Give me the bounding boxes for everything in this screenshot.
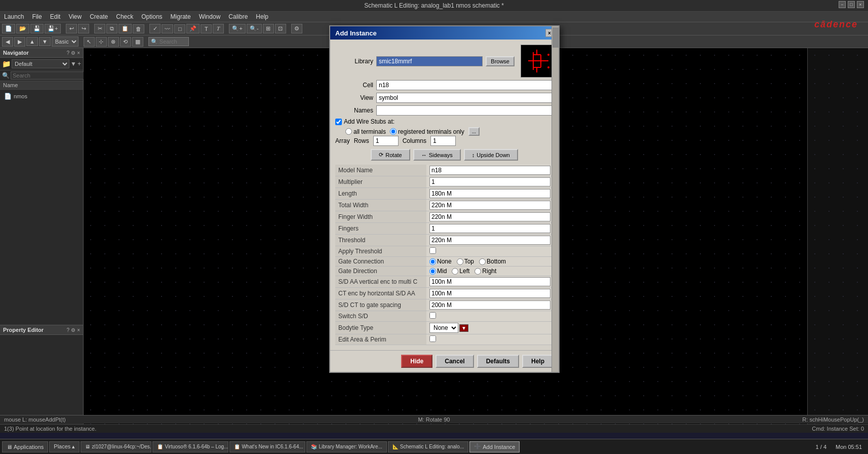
zoom-out-btn[interactable]: 🔍- (247, 24, 262, 33)
zoom-in-btn[interactable]: 🔍+ (229, 24, 245, 33)
menu-help[interactable]: Help (256, 13, 268, 20)
help-button[interactable]: Help (522, 355, 554, 368)
menu-check[interactable]: Check (116, 13, 133, 20)
nav-add-icon[interactable]: + (77, 60, 81, 67)
all-terminals-radio-label[interactable]: all terminals (345, 128, 386, 135)
pe-help-btn[interactable]: ? (67, 327, 70, 333)
gate-conn-bottom-radio[interactable] (479, 258, 486, 265)
menu-launch[interactable]: Launch (4, 13, 24, 20)
model-name-input[interactable] (429, 166, 550, 175)
registered-terminals-radio-label[interactable]: registered terminals only (390, 128, 464, 135)
taskbar-lib-manager[interactable]: 📚 Library Manager: WorkAre... (306, 441, 386, 452)
fwd-btn[interactable]: ▶ (14, 37, 25, 47)
sd-aa-vert-input[interactable] (429, 277, 550, 286)
browse-button[interactable]: Browse (486, 56, 515, 66)
basic-select[interactable]: Basic (52, 36, 78, 47)
sideways-button[interactable]: ↔ Sideways (413, 149, 461, 161)
bodytie-select[interactable]: None p+ n+ (429, 323, 458, 333)
close-btn-main[interactable]: × (857, 1, 864, 8)
new-btn[interactable]: 📄 (2, 24, 15, 33)
navigator-default-select[interactable]: Default (12, 59, 69, 68)
bodytie-dropdown-btn[interactable]: ▼ (459, 324, 468, 332)
gate-dir-left-radio[interactable] (452, 268, 458, 275)
pe-close-btn[interactable]: × (77, 327, 80, 333)
all-terminals-radio[interactable] (345, 128, 352, 135)
nav-close-btn[interactable]: × (77, 50, 80, 56)
search-input[interactable] (148, 37, 189, 46)
edit-area-perim-checkbox[interactable] (429, 335, 436, 342)
fingers-input[interactable] (429, 224, 550, 233)
text2-btn[interactable]: 𝑇 (213, 24, 224, 33)
menu-file[interactable]: File (32, 13, 42, 20)
check-btn[interactable]: ✓ (149, 24, 161, 33)
menu-window[interactable]: Window (199, 13, 221, 20)
maximize-btn[interactable]: □ (848, 1, 855, 8)
taskbar-terminal[interactable]: 🖥 zl1027@linux-64cp:~/Des... (81, 441, 151, 452)
names-input[interactable] (376, 105, 554, 116)
sel2-btn[interactable]: ⊹ (96, 37, 107, 47)
undo-btn[interactable]: ↩ (66, 24, 77, 33)
save-btn[interactable]: 💾 (30, 24, 44, 33)
gate-conn-none-radio[interactable] (429, 258, 436, 265)
columns-input[interactable]: 1 (430, 136, 456, 146)
rotate-button[interactable]: ⟳ Rotate (371, 149, 410, 161)
paste-btn[interactable]: 📋 (119, 24, 132, 33)
prop-btn[interactable]: ⚙ (291, 24, 302, 33)
zoom-fit-btn[interactable]: ⊞ (263, 24, 274, 33)
gate-dir-mid-label[interactable]: Mid (429, 268, 447, 275)
zoom-sel-btn[interactable]: ⊡ (275, 24, 286, 33)
nav-expand-icon[interactable]: ▼ (70, 60, 76, 67)
taskbar-applications[interactable]: 🖥 Applications (2, 441, 48, 452)
cut-btn[interactable]: ✂ (94, 24, 105, 33)
gate-dir-right-radio[interactable] (475, 268, 481, 275)
cancel-button[interactable]: Cancel (436, 355, 474, 368)
length-input[interactable] (429, 189, 550, 198)
gate-dir-right-label[interactable]: Right (475, 268, 496, 275)
sel5-btn[interactable]: ▦ (132, 37, 143, 47)
defaults-button[interactable]: Defaults (477, 355, 519, 368)
sel1-btn[interactable]: ↖ (84, 37, 95, 47)
cell-input[interactable]: n18 (376, 80, 554, 90)
text-btn[interactable]: T (201, 24, 212, 33)
pin-btn[interactable]: 📌 (186, 24, 200, 33)
menu-calibre[interactable]: Calibre (228, 13, 248, 20)
menu-view[interactable]: View (68, 13, 82, 20)
multiplier-input[interactable] (429, 177, 550, 186)
save-all-btn[interactable]: 💾+ (45, 24, 61, 33)
switch-sd-checkbox[interactable] (429, 312, 436, 319)
apply-threshold-checkbox[interactable] (429, 247, 436, 254)
open-btn[interactable]: 📂 (16, 24, 29, 33)
nav-help-btn[interactable]: ? (67, 50, 70, 56)
delete-btn[interactable]: 🗑 (133, 24, 144, 33)
minimize-btn[interactable]: − (839, 1, 846, 8)
upside-down-button[interactable]: ↕ Upside Down (464, 149, 518, 161)
finger-width-input[interactable] (429, 212, 550, 221)
taskbar-places[interactable]: Places ▴ (49, 441, 80, 452)
gate-dir-left-label[interactable]: Left (452, 268, 469, 275)
gate-dir-mid-radio[interactable] (429, 268, 436, 275)
taskbar-whats-new[interactable]: 📋 What's New in IC6.1.6-64... (229, 441, 305, 452)
up-btn[interactable]: ▲ (26, 37, 38, 46)
add-wire-stubs-checkbox[interactable] (335, 119, 342, 125)
gate-conn-top-label[interactable]: Top (457, 258, 474, 265)
registered-terminals-radio[interactable] (390, 128, 397, 135)
dialog-scrollbar-thumb[interactable] (553, 27, 559, 48)
taskbar-virtuoso-log[interactable]: 📋 Virtuoso® 6.1.6-64b – Log... (152, 441, 228, 452)
navigator-search-input[interactable] (11, 71, 85, 80)
library-input[interactable]: smic18mmrf (376, 56, 483, 66)
sel3-btn[interactable]: ⊗ (108, 37, 119, 47)
nav-settings-btn[interactable]: ⚙ (71, 50, 75, 56)
hide-button[interactable]: Hide (401, 355, 432, 368)
ct-enc-input[interactable] (429, 289, 550, 298)
prev-btn[interactable]: ◀ (2, 37, 13, 47)
dots-button[interactable]: ... (468, 127, 480, 136)
threshold-input[interactable] (429, 236, 550, 245)
menu-edit[interactable]: Edit (50, 13, 61, 20)
copy-btn[interactable]: ⧉ (106, 24, 117, 33)
gate-conn-none-label[interactable]: None (429, 258, 452, 265)
rows-input[interactable]: 1 (373, 136, 399, 146)
gate-conn-bottom-label[interactable]: Bottom (479, 258, 506, 265)
taskbar-schematic[interactable]: 📐 Schematic L Editing: analo... (388, 441, 468, 452)
wire-btn[interactable]: 〰 (162, 24, 173, 33)
instance-btn[interactable]: □ (174, 24, 185, 33)
